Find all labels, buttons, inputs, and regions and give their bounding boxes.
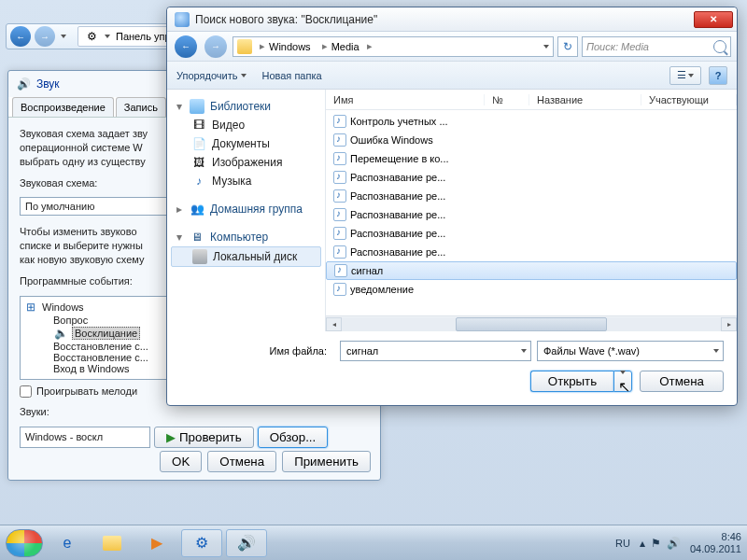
file-name: Распознавание ре... bbox=[350, 190, 445, 202]
filename-field[interactable]: сигнал bbox=[340, 341, 531, 361]
chevron-down-icon[interactable] bbox=[713, 349, 719, 353]
file-row[interactable]: Распознавание ре... bbox=[326, 224, 737, 243]
file-row[interactable]: Контроль учетных ... bbox=[326, 112, 737, 131]
help-button[interactable]: ? bbox=[709, 66, 727, 85]
file-row[interactable]: Распознавание ре... bbox=[326, 243, 737, 261]
breadcrumb-label: Панель упр bbox=[116, 31, 171, 42]
file-row[interactable]: Перемещение в ко... bbox=[326, 149, 737, 168]
col-name[interactable]: Имя bbox=[326, 94, 485, 105]
tab-record[interactable]: Запись bbox=[116, 97, 166, 117]
audio-file-icon bbox=[333, 115, 346, 128]
file-row[interactable]: сигнал bbox=[326, 261, 737, 280]
file-row[interactable]: Распознавание ре... bbox=[326, 168, 737, 187]
close-button[interactable]: ✕ bbox=[694, 11, 733, 28]
file-row[interactable]: Распознавание ре... bbox=[326, 187, 737, 205]
nav-item-documents[interactable]: 📄Документы bbox=[171, 134, 321, 153]
windows-icon: ⊞ bbox=[23, 300, 38, 315]
file-row[interactable]: Распознавание ре... bbox=[326, 205, 737, 224]
nav-group-computer[interactable]: ▾🖥Компьютер bbox=[171, 228, 321, 246]
nav-group-homegroup[interactable]: ▸👥Домашняя группа bbox=[171, 200, 321, 218]
crumb-item[interactable]: Media bbox=[331, 41, 359, 52]
file-row[interactable]: Ошибка Windows bbox=[326, 131, 737, 149]
nav-item-pictures[interactable]: 🖼Изображения bbox=[171, 153, 321, 172]
horizontal-scrollbar[interactable]: ◂ ▸ bbox=[326, 315, 737, 331]
disk-icon bbox=[192, 249, 207, 264]
scroll-track[interactable] bbox=[342, 317, 721, 331]
search-input[interactable]: Поиск: Media bbox=[582, 36, 731, 57]
new-folder-button[interactable]: Новая папка bbox=[261, 70, 321, 81]
tree-root-label: Windows bbox=[42, 301, 84, 313]
cancel-button[interactable]: Отмена bbox=[207, 451, 276, 472]
scroll-right-button[interactable]: ▸ bbox=[721, 317, 737, 331]
chevron-down-icon[interactable] bbox=[543, 45, 549, 49]
control-panel-icon: ⚙ bbox=[84, 29, 99, 44]
file-name: Распознавание ре... bbox=[350, 209, 445, 220]
history-dropdown-icon[interactable] bbox=[61, 35, 66, 38]
taskbar-item-ie[interactable]: e bbox=[47, 529, 88, 557]
column-headers[interactable]: Имя № Название Участвующи bbox=[326, 90, 737, 110]
tray-icons[interactable]: ▴ ⚑ 🔊 bbox=[640, 537, 681, 550]
nav-item-video[interactable]: 🎞Видео bbox=[171, 116, 321, 134]
file-name: Распознавание ре... bbox=[350, 246, 445, 258]
speaker-icon: 🔊 bbox=[237, 534, 256, 552]
tray-up-icon[interactable]: ▴ bbox=[640, 537, 645, 550]
col-title[interactable]: Название bbox=[529, 94, 641, 105]
filetype-value: Файлы Wave (*.wav) bbox=[543, 345, 640, 357]
view-mode-button[interactable]: ☰ bbox=[669, 66, 701, 85]
filename-label: Имя файла: bbox=[180, 345, 334, 357]
flag-icon[interactable]: ⚑ bbox=[651, 537, 661, 550]
video-icon: 🎞 bbox=[191, 118, 206, 133]
breadcrumb[interactable]: ⚙ Панель упр bbox=[78, 26, 177, 47]
open-button[interactable]: Открыть bbox=[530, 371, 613, 392]
apply-button[interactable]: Применить bbox=[282, 451, 371, 472]
nav-item-music[interactable]: ♪Музыка bbox=[171, 172, 321, 190]
dialog-footer: Имя файла: сигнал Файлы Wave (*.wav) Отк… bbox=[167, 331, 737, 405]
media-icon: ▶ bbox=[151, 534, 162, 552]
taskbar[interactable]: e ▶ ⚙ 🔊 RU ▴ ⚑ 🔊 8:46 04.09.2011 bbox=[0, 525, 747, 560]
taskbar-item-explorer[interactable] bbox=[92, 529, 133, 557]
refresh-button[interactable]: ↻ bbox=[557, 36, 578, 57]
sounds-combo[interactable]: Windows - воскл bbox=[20, 427, 150, 448]
pictures-icon: 🖼 bbox=[191, 155, 206, 170]
chevron-down-icon bbox=[620, 371, 626, 388]
back-button[interactable]: ← bbox=[175, 35, 197, 58]
system-tray[interactable]: RU ▴ ⚑ 🔊 8:46 04.09.2011 bbox=[615, 531, 741, 553]
forward-button[interactable]: → bbox=[204, 35, 227, 58]
taskbar-item-media[interactable]: ▶ bbox=[136, 529, 177, 557]
back-button[interactable]: ← bbox=[10, 26, 31, 47]
nav-group-libraries[interactable]: ▾Библиотеки bbox=[171, 97, 321, 116]
forward-button[interactable]: → bbox=[35, 26, 55, 47]
file-list[interactable]: Контроль учетных ...Ошибка WindowsПереме… bbox=[326, 110, 737, 315]
taskbar-item-control-panel[interactable]: ⚙ bbox=[181, 529, 222, 557]
ok-button[interactable]: OK bbox=[160, 451, 202, 472]
volume-icon[interactable]: 🔊 bbox=[667, 537, 681, 550]
language-indicator[interactable]: RU bbox=[615, 538, 630, 549]
chevron-right-icon bbox=[105, 35, 110, 38]
clock[interactable]: 8:46 04.09.2011 bbox=[690, 531, 741, 553]
search-icon bbox=[713, 40, 726, 53]
organize-button[interactable]: Упорядочить bbox=[176, 70, 247, 81]
file-name: сигнал bbox=[351, 265, 383, 276]
col-participants[interactable]: Участвующи bbox=[641, 94, 737, 105]
scroll-thumb[interactable] bbox=[456, 317, 607, 331]
test-button[interactable]: ▶Проверить bbox=[154, 427, 254, 448]
filetype-field[interactable]: Файлы Wave (*.wav) bbox=[537, 341, 724, 361]
start-button[interactable] bbox=[6, 529, 43, 557]
chevron-down-icon: ▾ bbox=[175, 100, 184, 113]
browse-button[interactable]: Обзор... bbox=[258, 427, 329, 448]
checkbox[interactable] bbox=[20, 385, 32, 398]
chevron-down-icon[interactable] bbox=[521, 349, 527, 353]
crumb-item[interactable]: Windows bbox=[269, 41, 311, 52]
file-row[interactable]: уведомление bbox=[326, 280, 737, 299]
scroll-left-button[interactable]: ◂ bbox=[326, 317, 342, 331]
nav-item-local-disk[interactable]: Локальный диск bbox=[171, 246, 321, 267]
taskbar-item-sound[interactable]: 🔊 bbox=[226, 529, 267, 557]
tab-playback[interactable]: Воспроизведение bbox=[12, 97, 114, 117]
cancel-button[interactable]: Отмена bbox=[640, 371, 724, 392]
dialog-title-bar[interactable]: Поиск нового звука: "Восклицание" ✕ bbox=[167, 7, 737, 32]
col-no[interactable]: № bbox=[485, 94, 529, 105]
sound-buttons: OK Отмена Применить bbox=[160, 451, 371, 472]
scheme-combo[interactable]: По умолчанию bbox=[20, 197, 188, 216]
breadcrumb[interactable]: ▸Windows ▸Media▸ bbox=[233, 36, 554, 57]
open-dropdown-button[interactable] bbox=[613, 371, 632, 392]
